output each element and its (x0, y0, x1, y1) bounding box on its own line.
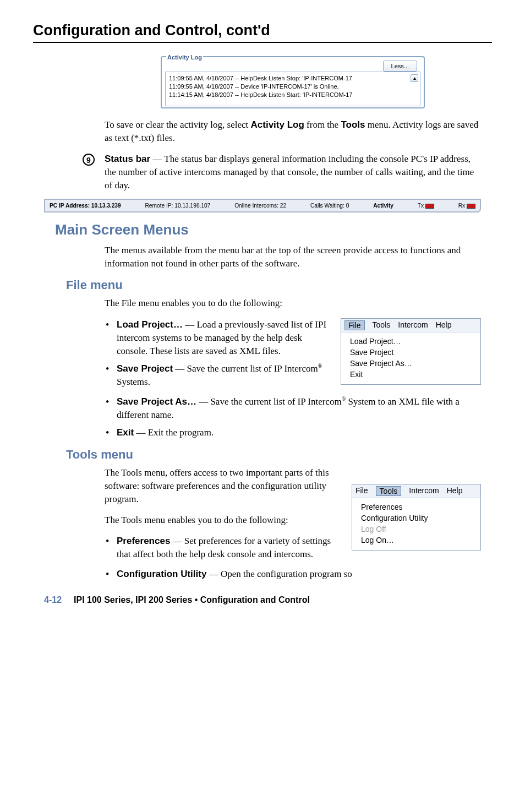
activity-label: Activity (373, 203, 393, 209)
rx-led-icon (467, 204, 475, 209)
pc-ip: PC IP Address: 10.13.3.239 (50, 203, 121, 209)
tools-menu-heading: Tools menu (66, 448, 492, 462)
bullet-load-project: Load Project… — Load a previously-saved … (105, 318, 481, 358)
bullet-save-project: Save Project — Save the current list of … (105, 362, 481, 389)
tools-menu-bullets-2: Configuration Utility — Open the configu… (105, 568, 481, 581)
less-button[interactable]: Less... (383, 61, 417, 72)
bullet-save-project-as: Save Project As… — Save the current list… (105, 395, 481, 422)
menubar-tools[interactable]: Tools (376, 486, 402, 496)
log-lines: 11:09:55 AM, 4/18/2007 -- HelpDesk Liste… (165, 72, 420, 106)
activity-log-title: Activity Log (166, 54, 203, 61)
file-menu-heading: File menu (66, 278, 492, 292)
file-menu-bullets: Load Project… — Load a previously-saved … (105, 318, 481, 389)
footer-title: IPI 100 Series, IPI 200 Series • Configu… (74, 595, 310, 604)
tx-indicator: Tx (418, 203, 434, 209)
menu-item-config-utility[interactable]: Configuration Utility (361, 513, 473, 524)
file-menu-bullets-2: Save Project As… — Save the current list… (105, 395, 481, 439)
file-menu-intro: The File menu enables you to do the foll… (105, 297, 481, 310)
bullet-config-utility: Configuration Utility — Open the configu… (105, 568, 481, 581)
menubar-help[interactable]: Help (447, 486, 463, 496)
rx-indicator: Rx (458, 203, 475, 209)
step-marker: 9 (83, 154, 95, 166)
log-line: 11:14:15 AM, 4/18/2007 -- HelpDesk Liste… (169, 91, 418, 99)
activity-log-term: Activity Log (251, 119, 304, 130)
save-clear-paragraph: To save or clear the activity log, selec… (105, 118, 481, 145)
tools-term: Tools (341, 119, 365, 130)
tx-led-icon (425, 204, 434, 209)
menu-item-preferences[interactable]: Preferences (361, 502, 473, 513)
menubar-intercom[interactable]: Intercom (409, 486, 439, 496)
activity-log-panel: Activity Log Less... 11:09:55 AM, 4/18/2… (161, 56, 425, 108)
footer: 4-12IPI 100 Series, IPI 200 Series • Con… (33, 595, 492, 605)
scroll-up-icon[interactable]: ▴ (411, 74, 418, 82)
online-intercoms: Online Intercoms: 22 (234, 203, 286, 209)
bullet-exit: Exit — Exit the program. (105, 426, 481, 439)
remote-ip: Remote IP: 10.13.198.107 (145, 203, 210, 209)
page-title: Configuration and Control, cont'd (33, 22, 492, 43)
log-line: 11:09:55 AM, 4/18/2007 -- HelpDesk Liste… (169, 74, 418, 83)
menubar-file[interactable]: File (356, 486, 368, 496)
step-number: 9 (83, 154, 95, 166)
tools-menu-bullets: Preferences — Set preferences for a vari… (105, 535, 481, 561)
main-screen-menus-heading: Main Screen Menus (55, 221, 492, 238)
page-number: 4-12 (44, 595, 62, 604)
status-bar-screenshot: PC IP Address: 10.13.3.239 Remote IP: 10… (44, 199, 481, 212)
status-bar-description: Status bar — The status bar displays gen… (105, 152, 481, 192)
log-line: 11:09:55 AM, 4/18/2007 -- Device 'IP-INT… (169, 83, 418, 91)
calls-waiting: Calls Waiting: 0 (310, 203, 349, 209)
menu-item-log-off: Log Off (361, 524, 473, 535)
main-screen-paragraph: The menus available from the menu bar at… (105, 244, 481, 270)
menubar: File Tools Intercom Help (352, 484, 480, 498)
bullet-preferences: Preferences — Set preferences for a vari… (105, 535, 481, 561)
